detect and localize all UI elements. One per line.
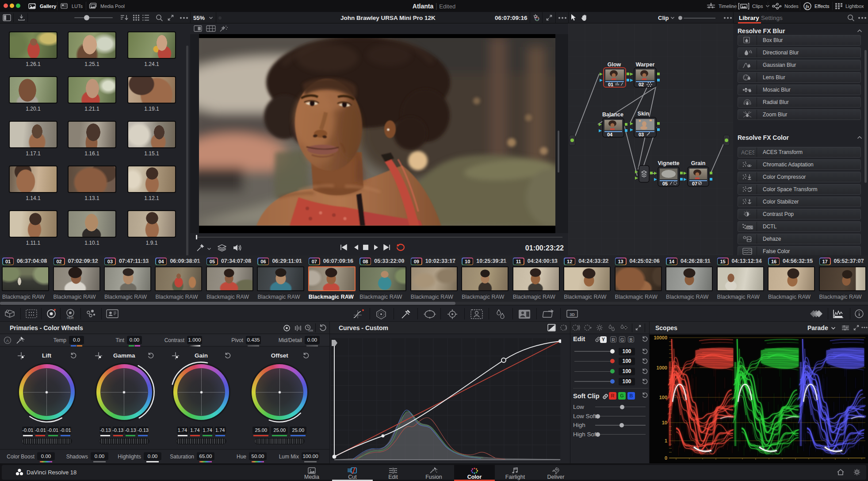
svg-text:fx: fx bbox=[806, 4, 809, 8]
svg-text:Glow: Glow bbox=[608, 62, 621, 68]
svg-text:HDR: HDR bbox=[67, 316, 73, 319]
svg-text:07: 07 bbox=[692, 181, 697, 186]
svg-text:3D: 3D bbox=[570, 312, 575, 317]
svg-text:10000: 10000 bbox=[654, 335, 667, 340]
svg-text:LOG: LOG bbox=[309, 329, 313, 332]
svg-text:0: 0 bbox=[665, 455, 667, 461]
svg-text:DCTL: DCTL bbox=[747, 226, 754, 229]
svg-text:Balance: Balance bbox=[602, 112, 623, 118]
svg-text:Grain: Grain bbox=[691, 160, 706, 166]
svg-text:A: A bbox=[6, 339, 9, 343]
svg-text:02: 02 bbox=[639, 82, 644, 87]
svg-text:01: 01 bbox=[608, 82, 613, 87]
svg-text:ACES: ACES bbox=[741, 150, 754, 155]
svg-text:04: 04 bbox=[607, 132, 613, 137]
svg-text:100: 100 bbox=[659, 395, 667, 400]
svg-text:10: 10 bbox=[662, 420, 667, 425]
svg-text:1: 1 bbox=[665, 438, 667, 443]
svg-text:03: 03 bbox=[639, 132, 644, 137]
svg-text:1000: 1000 bbox=[657, 365, 667, 370]
svg-text:Vignette: Vignette bbox=[658, 160, 679, 166]
svg-text:Skin: Skin bbox=[638, 111, 649, 117]
svg-text:05: 05 bbox=[662, 181, 668, 186]
svg-text:Warper: Warper bbox=[636, 62, 655, 68]
